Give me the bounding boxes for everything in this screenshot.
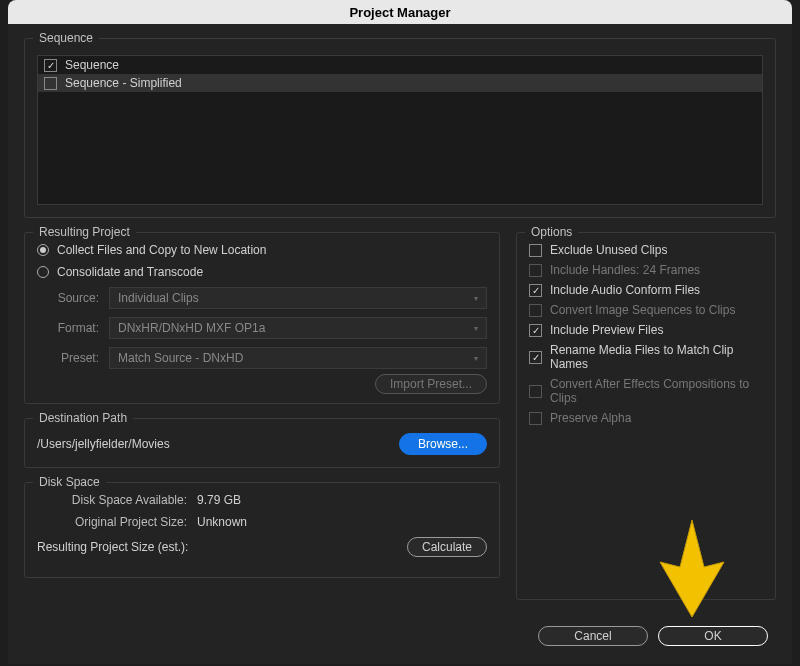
- chevron-down-icon: ▾: [474, 324, 478, 333]
- checkbox-icon[interactable]: [529, 324, 542, 337]
- option-audio-conform[interactable]: Include Audio Conform Files: [529, 283, 763, 297]
- option-exclude-unused[interactable]: Exclude Unused Clips: [529, 243, 763, 257]
- checkbox-icon: [529, 304, 542, 317]
- option-preview-files[interactable]: Include Preview Files: [529, 323, 763, 337]
- option-label: Convert Image Sequences to Clips: [550, 303, 735, 317]
- source-label: Source:: [37, 291, 99, 305]
- chevron-down-icon: ▾: [474, 354, 478, 363]
- option-label: Include Audio Conform Files: [550, 283, 700, 297]
- disk-resulting-label: Resulting Project Size (est.):: [37, 540, 407, 554]
- checkbox-icon[interactable]: [529, 244, 542, 257]
- options-legend: Options: [525, 225, 578, 239]
- options-section: Options Exclude Unused Clips Include Han…: [516, 232, 776, 600]
- sequence-checkbox[interactable]: [44, 77, 57, 90]
- checkbox-icon[interactable]: [529, 284, 542, 297]
- chevron-down-icon: ▾: [474, 294, 478, 303]
- radio-collect[interactable]: Collect Files and Copy to New Location: [37, 243, 487, 257]
- option-include-handles: Include Handles: 24 Frames: [529, 263, 763, 277]
- radio-label: Collect Files and Copy to New Location: [57, 243, 266, 257]
- radio-icon[interactable]: [37, 266, 49, 278]
- preset-label: Preset:: [37, 351, 99, 365]
- destination-legend: Destination Path: [33, 411, 133, 425]
- source-select: Individual Clips ▾: [109, 287, 487, 309]
- dialog-footer: Cancel OK: [538, 626, 768, 646]
- checkbox-icon: [529, 412, 542, 425]
- disk-legend: Disk Space: [33, 475, 106, 489]
- destination-path: /Users/jellyfielder/Movies: [37, 437, 170, 451]
- disk-available-value: 9.79 GB: [197, 493, 241, 507]
- calculate-button[interactable]: Calculate: [407, 537, 487, 557]
- checkbox-icon: [529, 385, 542, 398]
- sequence-section: Sequence Sequence Sequence - Simplified: [24, 38, 776, 218]
- option-convert-image-seq: Convert Image Sequences to Clips: [529, 303, 763, 317]
- sequence-list[interactable]: Sequence Sequence - Simplified: [37, 55, 763, 205]
- option-label: Preserve Alpha: [550, 411, 631, 425]
- option-label: Exclude Unused Clips: [550, 243, 667, 257]
- option-label: Include Preview Files: [550, 323, 663, 337]
- disk-original-value: Unknown: [197, 515, 247, 529]
- radio-consolidate[interactable]: Consolidate and Transcode: [37, 265, 487, 279]
- radio-label: Consolidate and Transcode: [57, 265, 203, 279]
- cancel-button[interactable]: Cancel: [538, 626, 648, 646]
- option-preserve-alpha: Preserve Alpha: [529, 411, 763, 425]
- titlebar: Project Manager: [8, 0, 792, 24]
- disk-available-label: Disk Space Available:: [37, 493, 187, 507]
- preset-select: Match Source - DNxHD ▾: [109, 347, 487, 369]
- resulting-legend: Resulting Project: [33, 225, 136, 239]
- disk-space-section: Disk Space Disk Space Available: 9.79 GB…: [24, 482, 500, 578]
- sequence-checkbox[interactable]: [44, 59, 57, 72]
- sequence-label: Sequence: [65, 58, 119, 72]
- option-rename-media[interactable]: Rename Media Files to Match Clip Names: [529, 343, 763, 371]
- sequence-legend: Sequence: [33, 31, 99, 45]
- sequence-row[interactable]: Sequence: [38, 56, 762, 74]
- format-select: DNxHR/DNxHD MXF OP1a ▾: [109, 317, 487, 339]
- checkbox-icon: [529, 264, 542, 277]
- destination-section: Destination Path /Users/jellyfielder/Mov…: [24, 418, 500, 468]
- checkbox-icon[interactable]: [529, 351, 542, 364]
- disk-original-label: Original Project Size:: [37, 515, 187, 529]
- sequence-label: Sequence - Simplified: [65, 76, 182, 90]
- browse-button[interactable]: Browse...: [399, 433, 487, 455]
- window-title: Project Manager: [349, 5, 450, 20]
- option-label: Rename Media Files to Match Clip Names: [550, 343, 763, 371]
- project-manager-dialog: Sequence Sequence Sequence - Simplified …: [8, 24, 792, 664]
- option-label: Convert After Effects Compositions to Cl…: [550, 377, 763, 405]
- radio-icon[interactable]: [37, 244, 49, 256]
- import-preset-button: Import Preset...: [375, 374, 487, 394]
- option-label: Include Handles: 24 Frames: [550, 263, 700, 277]
- option-convert-ae: Convert After Effects Compositions to Cl…: [529, 377, 763, 405]
- format-label: Format:: [37, 321, 99, 335]
- resulting-project-section: Resulting Project Collect Files and Copy…: [24, 232, 500, 404]
- ok-button[interactable]: OK: [658, 626, 768, 646]
- sequence-row[interactable]: Sequence - Simplified: [38, 74, 762, 92]
